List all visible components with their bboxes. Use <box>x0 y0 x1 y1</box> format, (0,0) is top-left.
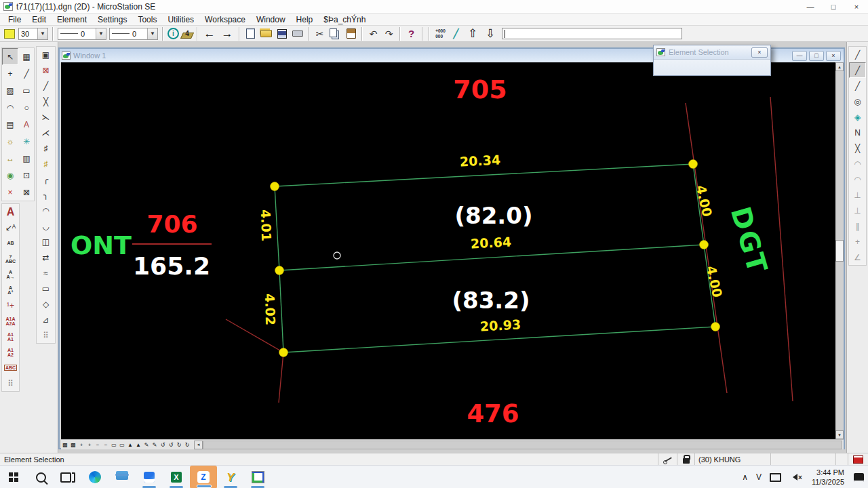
modify-toolbox-handle[interactable]: ⠿ <box>37 327 55 343</box>
menu-dia-chinh[interactable]: $Þa_chÝnh <box>318 14 371 26</box>
extend-two-elements-tool[interactable]: ╳ <box>37 94 55 109</box>
copy-text-attributes-tool[interactable]: A1 A1 <box>2 329 19 344</box>
chevron-down-icon[interactable]: ▼ <box>147 28 157 39</box>
scroll-down-button[interactable]: ▼ <box>835 430 844 439</box>
active-color-swatch[interactable] <box>4 29 15 39</box>
view-next-control[interactable]: ↻ <box>175 441 183 449</box>
spell-checker-tool[interactable]: ? ABC <box>2 251 19 266</box>
view-next-2-control[interactable]: ↻ <box>183 441 191 449</box>
construct-parallel-tool[interactable]: ♯ <box>37 140 55 156</box>
start-button[interactable] <box>0 466 27 488</box>
copy-button[interactable] <box>328 26 343 41</box>
drawing-canvas[interactable]: 705 476 ONT 706 165.2 DGT (82.0) (83.2) … <box>61 62 835 439</box>
snap-origin[interactable]: ◈ <box>849 109 866 125</box>
chevron-down-icon[interactable]: ▼ <box>96 28 106 39</box>
delete-fence-contents-tool[interactable]: ⊠ <box>37 62 55 78</box>
window-restore-button[interactable]: □ <box>809 51 824 61</box>
snap-perpendicular-from[interactable]: ⊥ <box>849 203 866 218</box>
place-note-tool[interactable]: ↙ᴬ <box>2 220 19 235</box>
menu-window[interactable]: Window <box>251 14 291 26</box>
active-level-combo[interactable]: 30 ▼ <box>18 28 48 40</box>
snap-bisector[interactable]: N <box>849 125 866 140</box>
lower-arrow-button[interactable]: ⇩ <box>481 26 499 41</box>
drop-line-tool[interactable]: ╱ <box>37 78 55 94</box>
dimensions-tool[interactable]: ↔ <box>2 150 18 167</box>
line-style-combo[interactable]: 0 ▼ <box>58 28 106 40</box>
view-rotation-2-control[interactable]: ▲ <box>134 441 142 449</box>
window-area-control[interactable]: ▭ <box>110 441 118 449</box>
snap-status-button[interactable] <box>658 453 677 466</box>
copy-element-tool[interactable]: ◫ <box>37 234 55 249</box>
menu-help[interactable]: Help <box>291 14 319 26</box>
lock-status-button[interactable] <box>677 453 694 466</box>
update-grid-control[interactable]: ▩ <box>69 441 77 449</box>
snap-keypoint[interactable]: ╱ <box>849 62 866 78</box>
key-in-field[interactable] <box>502 28 682 39</box>
place-text-node-tool[interactable]: ¹+ <box>2 298 19 313</box>
undo-button[interactable]: ↶ <box>366 26 381 41</box>
forward-arrow-button[interactable]: → <box>218 26 236 41</box>
vertical-scrollbar[interactable]: ▲ ▼ <box>835 62 844 439</box>
horizontal-scrollbar[interactable] <box>203 441 842 449</box>
menu-element[interactable]: Element <box>52 14 92 26</box>
menu-edit[interactable]: Edit <box>26 14 52 26</box>
snap-parallel[interactable]: ∥ <box>849 218 866 234</box>
element-selection-tool[interactable]: ↖ <box>2 48 18 65</box>
zoom-out-control[interactable]: − <box>94 441 102 449</box>
abc-text-tool[interactable]: ABC <box>2 360 19 375</box>
window-minimize-button[interactable]: — <box>792 51 807 61</box>
snap-intersection[interactable]: ╳ <box>849 140 866 156</box>
measure-icon[interactable]: ╱ <box>448 26 464 41</box>
zalo-icon[interactable]: Z <box>190 466 217 488</box>
raise-arrow-button[interactable]: ⇧ <box>464 26 481 41</box>
place-text-tool[interactable]: A <box>2 204 19 220</box>
dialog-titlebar[interactable]: Element Selection × <box>654 45 770 60</box>
notification-center-icon[interactable] <box>850 466 868 488</box>
move-parallel-tool[interactable]: ♯ <box>37 156 55 171</box>
snap-nearest[interactable]: ╱ <box>849 47 866 62</box>
network-icon[interactable] <box>766 466 785 488</box>
trim-element-tool[interactable]: ⋋ <box>37 109 55 125</box>
snap-point-on[interactable]: ∠ <box>849 249 866 265</box>
edit-text-tool[interactable]: AB <box>2 235 19 251</box>
change-case-tool[interactable]: A1 A2 <box>2 344 19 360</box>
scroll-up-button[interactable]: ▲ <box>835 62 844 71</box>
excel-icon[interactable]: X <box>163 466 190 488</box>
new-file-button[interactable] <box>243 26 258 41</box>
open-file-button[interactable] <box>258 26 274 41</box>
menu-settings[interactable]: Settings <box>92 14 132 26</box>
copy-increment-text-tool[interactable]: A A⁺ <box>2 282 19 298</box>
drop-element-tool[interactable]: ◇ <box>37 296 55 312</box>
chamfer-tool[interactable]: ╮ <box>37 187 55 203</box>
chevron-down-icon[interactable]: ▼ <box>37 28 47 39</box>
update-view-control[interactable]: ▩ <box>61 441 69 449</box>
save-button[interactable] <box>274 26 290 41</box>
snap-tangent[interactable]: ◠ <box>849 156 866 171</box>
vertical-scroll-thumb[interactable] <box>835 240 844 262</box>
modify-fence-tool[interactable]: ▣ <box>37 47 55 62</box>
modify-element-tool[interactable]: ⊠ <box>18 184 35 201</box>
accudraw-tool[interactable]: ✳ <box>18 133 35 150</box>
taskbar-clock[interactable]: 3:44 PM 11/3/2025 <box>806 468 850 487</box>
view-rotation-control[interactable]: ▲ <box>126 441 134 449</box>
arcs-tool[interactable]: ◠ <box>2 99 18 116</box>
cut-button[interactable]: ✂ <box>312 26 328 41</box>
info-icon[interactable]: i <box>167 28 179 39</box>
modify-arc-angle-tool[interactable]: ◡ <box>37 218 55 234</box>
y-app-icon[interactable]: Y <box>217 466 244 488</box>
tray-v-app-icon[interactable]: V <box>752 466 766 488</box>
ellipses-tool[interactable]: ○ <box>18 99 35 116</box>
pan-view-control[interactable]: ✎ <box>142 441 151 449</box>
smartline-tool[interactable]: ╱ <box>18 65 35 82</box>
manipulate-tool[interactable]: ⊡ <box>18 167 35 184</box>
line-weight-combo[interactable]: 0 ▼ <box>109 28 158 40</box>
element-status-button[interactable] <box>848 453 868 466</box>
zoom-out-2-control[interactable]: − <box>102 441 110 449</box>
snap-center[interactable]: ◎ <box>849 94 866 109</box>
close-button[interactable]: × <box>845 0 868 13</box>
view-previous-control[interactable]: ↺ <box>159 441 167 449</box>
minimize-button[interactable]: — <box>799 0 822 13</box>
zoom-in-control[interactable]: + <box>77 441 85 449</box>
move-element-tool[interactable]: ⇄ <box>37 249 55 265</box>
active-level-status[interactable]: (30) KHUNG <box>694 453 770 466</box>
